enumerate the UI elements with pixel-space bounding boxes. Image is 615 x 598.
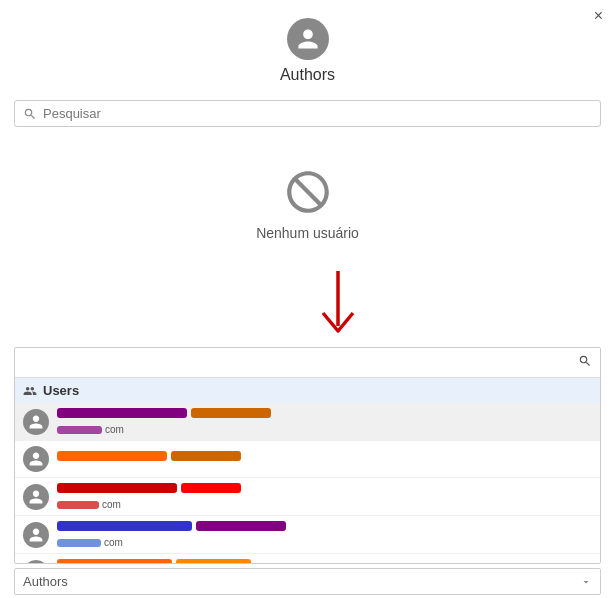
search-bar xyxy=(14,100,601,127)
user-info: com xyxy=(57,559,592,563)
dropdown-search-input[interactable] xyxy=(21,353,576,372)
arrow-indicator xyxy=(0,271,615,341)
person-icon xyxy=(296,27,320,51)
dropdown-user-item[interactable]: com xyxy=(15,554,600,563)
avatar xyxy=(23,484,49,510)
chevron-down-icon xyxy=(580,576,592,588)
no-entry-icon xyxy=(283,167,333,217)
users-group-icon xyxy=(23,384,37,398)
dropdown-user-item[interactable]: com xyxy=(15,516,600,554)
search-input[interactable] xyxy=(43,106,592,121)
user-info: com xyxy=(57,483,592,510)
bottom-select[interactable]: Authors xyxy=(14,568,601,595)
person-icon xyxy=(28,489,44,505)
dropdown-search-row xyxy=(15,348,600,378)
close-button[interactable]: × xyxy=(594,8,603,24)
modal-title: Authors xyxy=(280,66,335,84)
dropdown-user-item[interactable]: com xyxy=(15,478,600,516)
person-icon xyxy=(28,451,44,467)
dropdown-user-item[interactable]: com xyxy=(15,403,600,441)
avatar xyxy=(23,446,49,472)
dropdown-user-item[interactable] xyxy=(15,441,600,478)
dropdown-group-users: Users xyxy=(15,378,600,403)
dropdown-list: Users comcomcomcom xyxy=(15,378,600,563)
avatar xyxy=(23,522,49,548)
group-label-text: Users xyxy=(43,383,79,398)
avatar xyxy=(23,560,49,564)
dropdown-panel: Users comcomcomcom xyxy=(14,347,601,564)
author-icon xyxy=(287,18,329,60)
person-icon xyxy=(28,527,44,543)
avatar xyxy=(23,409,49,435)
user-info: com xyxy=(57,521,592,548)
dropdown-search-icon xyxy=(578,354,592,368)
empty-state: Nenhum usuário xyxy=(0,137,615,261)
arrow-icon xyxy=(308,271,368,341)
search-icon xyxy=(23,107,37,121)
modal-header: Authors xyxy=(0,0,615,94)
dropdown-search-button[interactable] xyxy=(576,352,594,373)
user-info xyxy=(57,451,592,467)
empty-label: Nenhum usuário xyxy=(256,225,359,241)
bottom-select-label: Authors xyxy=(23,574,68,589)
person-icon xyxy=(28,414,44,430)
user-info: com xyxy=(57,408,592,435)
